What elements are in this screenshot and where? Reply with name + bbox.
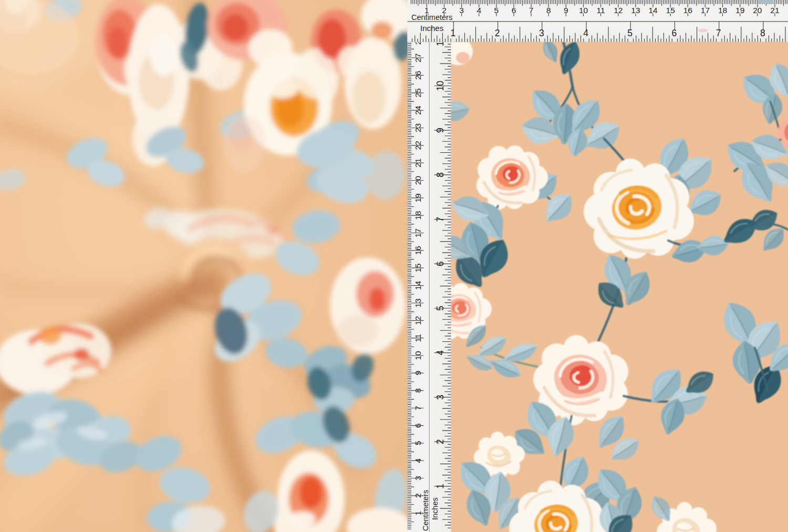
svg-text:26: 26 xyxy=(413,71,422,80)
svg-text:5: 5 xyxy=(627,28,633,38)
svg-text:4: 4 xyxy=(583,28,588,38)
svg-text:20: 20 xyxy=(753,6,762,15)
svg-text:25: 25 xyxy=(413,88,422,97)
svg-text:14: 14 xyxy=(648,6,658,15)
svg-text:16: 16 xyxy=(683,6,692,15)
svg-text:6: 6 xyxy=(413,423,422,428)
svg-text:6: 6 xyxy=(512,6,516,15)
svg-text:11: 11 xyxy=(597,6,605,15)
svg-text:3: 3 xyxy=(539,28,544,38)
svg-text:13: 13 xyxy=(413,298,422,307)
svg-text:9: 9 xyxy=(435,128,445,133)
svg-text:5: 5 xyxy=(494,6,499,15)
svg-text:21: 21 xyxy=(770,6,779,15)
svg-text:8: 8 xyxy=(413,388,422,393)
svg-text:13: 13 xyxy=(631,6,640,15)
svg-text:17: 17 xyxy=(701,6,710,15)
svg-text:2: 2 xyxy=(413,493,422,498)
svg-text:5: 5 xyxy=(435,306,445,311)
svg-text:22: 22 xyxy=(413,141,422,150)
svg-text:2: 2 xyxy=(435,439,445,444)
svg-text:8: 8 xyxy=(760,28,765,38)
svg-text:1: 1 xyxy=(413,511,422,516)
svg-text:7: 7 xyxy=(716,28,721,38)
svg-text:19: 19 xyxy=(413,193,422,202)
svg-text:18: 18 xyxy=(718,6,727,15)
svg-text:15: 15 xyxy=(413,264,422,273)
svg-text:3: 3 xyxy=(435,395,445,400)
svg-text:Centimeters: Centimeters xyxy=(421,490,430,531)
svg-text:11: 11 xyxy=(413,334,422,342)
svg-text:23: 23 xyxy=(413,123,422,132)
svg-text:6: 6 xyxy=(435,261,445,266)
svg-text:16: 16 xyxy=(413,246,422,255)
svg-text:4: 4 xyxy=(476,6,481,15)
svg-text:15: 15 xyxy=(666,6,675,15)
svg-text:Inches: Inches xyxy=(420,24,443,33)
svg-text:Inches: Inches xyxy=(431,497,439,520)
svg-text:24: 24 xyxy=(413,106,422,115)
svg-text:12: 12 xyxy=(614,6,623,15)
svg-text:6: 6 xyxy=(672,28,677,38)
svg-text:21: 21 xyxy=(413,158,422,167)
svg-text:4: 4 xyxy=(435,350,445,356)
svg-text:9: 9 xyxy=(564,6,568,15)
svg-text:2: 2 xyxy=(495,28,500,38)
svg-text:7: 7 xyxy=(529,6,534,15)
svg-text:8: 8 xyxy=(435,172,445,178)
svg-text:10: 10 xyxy=(435,81,445,91)
svg-text:8: 8 xyxy=(546,6,551,15)
svg-text:9: 9 xyxy=(413,371,422,375)
svg-text:20: 20 xyxy=(413,176,422,185)
svg-text:7: 7 xyxy=(435,217,445,222)
svg-text:3: 3 xyxy=(459,6,464,15)
svg-text:19: 19 xyxy=(735,6,744,15)
svg-text:3: 3 xyxy=(413,476,422,481)
svg-text:12: 12 xyxy=(413,316,422,325)
svg-text:7: 7 xyxy=(413,406,422,411)
svg-text:1: 1 xyxy=(435,484,445,489)
svg-text:14: 14 xyxy=(413,281,422,290)
svg-text:Centimeters: Centimeters xyxy=(411,13,452,22)
svg-text:18: 18 xyxy=(413,211,422,220)
svg-text:1: 1 xyxy=(451,28,456,38)
svg-text:17: 17 xyxy=(413,228,422,237)
svg-text:4: 4 xyxy=(413,458,422,463)
svg-text:10: 10 xyxy=(579,6,588,15)
svg-text:27: 27 xyxy=(413,53,422,62)
svg-text:10: 10 xyxy=(413,351,422,360)
svg-text:5: 5 xyxy=(413,441,422,445)
